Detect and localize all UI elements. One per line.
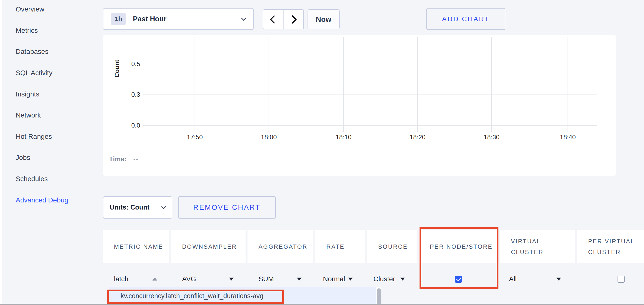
sidebar-item-sql-activity[interactable]: SQL Activity	[16, 62, 68, 84]
x-tick-label: 18:30	[474, 133, 509, 141]
gridline-v-1830	[491, 37, 492, 132]
triangle-down-icon	[400, 278, 405, 281]
column-header-per-virtual-cluster: PER VIRTUAL CLUSTER	[577, 230, 644, 263]
time-range-dropdown[interactable]: 1h Past Hour	[103, 8, 254, 30]
aggregator-value: SUM	[258, 275, 274, 283]
time-range-arrows	[263, 9, 304, 29]
remove-chart-button[interactable]: REMOVE CHART	[178, 196, 276, 219]
metric-suggestion-item[interactable]: kv.concurrency.latch_conflict_wait_durat…	[120, 287, 264, 305]
custom-chart-card[interactable]: Count 0.5 0.3 0.0 17:50 18:00 18:10 18:2…	[103, 35, 616, 176]
virtual-cluster-select[interactable]: All	[500, 269, 575, 289]
metric-table-header: METRIC NAME DOWNSAMPLER AGGREGATOR RATE …	[103, 230, 644, 263]
units-dropdown[interactable]: Units: Count	[103, 196, 172, 219]
source-select[interactable]: Cluster	[367, 269, 417, 289]
sidebar: Overview Metrics Databases SQL Activity …	[16, 0, 68, 211]
sidebar-item-databases[interactable]: Databases	[16, 41, 68, 62]
downsampler-select[interactable]: AVG	[171, 269, 246, 289]
metric-name-input[interactable]: latch	[103, 269, 169, 289]
metric-suggestion-panel: kv.concurrency.latch_conflict_wait_durat…	[109, 287, 376, 305]
gridline-h-00	[143, 125, 597, 126]
y-tick-label: 0.3	[126, 91, 140, 98]
x-tick-label: 18:40	[551, 133, 585, 141]
add-chart-button[interactable]: ADD CHART	[426, 8, 505, 30]
per-virtual-cluster-cell	[577, 269, 644, 289]
column-header-per-node-store: PER NODE/STORE	[419, 230, 498, 263]
x-tick-label: 18:20	[400, 133, 435, 141]
gridline-v-1800	[268, 37, 269, 132]
y-axis-title: Count	[114, 60, 120, 77]
gridline-v-1840	[568, 37, 568, 132]
time-range-label: Past Hour	[133, 15, 166, 23]
column-header-downsampler: DOWNSAMPLER	[171, 230, 246, 263]
rate-value: Normal	[323, 275, 345, 283]
left-edge-strip	[0, 0, 2, 305]
sidebar-item-hot-ranges[interactable]: Hot Ranges	[16, 126, 68, 147]
suggestion-scrollbar-thumb[interactable]	[377, 288, 381, 305]
sidebar-item-advanced-debug[interactable]: Advanced Debug	[16, 189, 68, 211]
sidebar-item-schedules[interactable]: Schedules	[16, 168, 68, 190]
virtual-cluster-value: All	[509, 275, 516, 283]
checkmark-icon	[456, 276, 461, 281]
column-header-aggregator: AGGREGATOR	[248, 230, 314, 263]
time-value: --	[133, 155, 138, 163]
rate-select[interactable]: Normal	[316, 269, 365, 289]
x-tick-label: 18:10	[326, 133, 361, 141]
hover-time-readout: Time: --	[109, 155, 138, 163]
gridline-v-1750	[194, 37, 195, 132]
y-tick-label: 0.5	[126, 60, 140, 68]
gridline-v-1820	[417, 37, 418, 132]
triangle-down-icon	[556, 278, 561, 281]
x-tick-label: 18:00	[252, 133, 286, 141]
per-virtual-cluster-checkbox[interactable]	[618, 276, 625, 283]
triangle-down-icon	[229, 278, 234, 281]
sidebar-item-metrics[interactable]: Metrics	[16, 20, 68, 41]
bottom-edge-strip	[0, 304, 644, 305]
column-header-virtual-cluster: VIRTUAL CLUSTER	[500, 230, 575, 263]
triangle-up-icon	[152, 278, 157, 281]
per-node-store-cell	[419, 269, 498, 289]
sidebar-item-insights[interactable]: Insights	[16, 83, 68, 105]
now-button[interactable]: Now	[308, 9, 340, 29]
next-range-button[interactable]	[283, 9, 304, 29]
column-header-source: SOURCE	[367, 230, 417, 263]
triangle-down-icon	[297, 278, 302, 281]
column-header-metric-name: METRIC NAME	[103, 230, 169, 263]
metric-table-row: latch AVG SUM Normal Cluster All	[103, 269, 644, 289]
time-range-badge: 1h	[111, 13, 126, 25]
chevron-left-icon	[270, 15, 278, 23]
gridline-h-05	[143, 64, 597, 64]
triangle-down-icon	[348, 278, 353, 281]
metric-name-value: latch	[114, 275, 128, 283]
y-tick-label: 0.0	[126, 122, 140, 129]
gridline-h-03	[143, 94, 597, 95]
time-label: Time:	[109, 155, 127, 163]
gridline-v-1810	[343, 37, 344, 132]
chevron-down-icon	[241, 15, 247, 21]
sidebar-item-jobs[interactable]: Jobs	[16, 147, 68, 168]
chevron-down-icon	[161, 204, 166, 209]
column-header-rate: RATE	[316, 230, 365, 263]
previous-range-button[interactable]	[263, 9, 284, 29]
sidebar-item-overview[interactable]: Overview	[16, 0, 68, 20]
chevron-right-icon	[288, 15, 297, 23]
per-node-store-checkbox[interactable]	[455, 276, 462, 283]
advanced-debug-custom-chart-page: Overview Metrics Databases SQL Activity …	[0, 0, 644, 305]
source-value: Cluster	[374, 275, 395, 283]
units-dropdown-label: Units: Count	[110, 204, 150, 211]
aggregator-select[interactable]: SUM	[248, 269, 314, 289]
sidebar-item-network[interactable]: Network	[16, 105, 68, 126]
downsampler-value: AVG	[182, 275, 196, 283]
x-tick-label: 17:50	[178, 133, 212, 141]
